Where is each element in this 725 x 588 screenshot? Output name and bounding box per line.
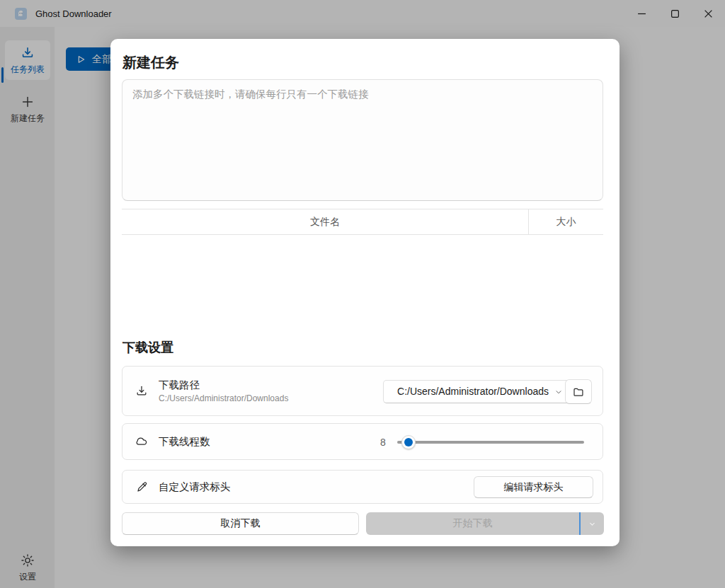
column-header-size: 大小 xyxy=(529,209,603,234)
cancel-download-button[interactable]: 取消下载 xyxy=(122,512,359,535)
slider-thumb[interactable] xyxy=(401,435,416,449)
download-links-input[interactable] xyxy=(122,79,603,201)
new-task-dialog: 新建任务 文件名 大小 下载设置 下载路径 C:/Users/Administr… xyxy=(110,39,620,546)
column-header-filename: 文件名 xyxy=(122,209,529,234)
start-download-button[interactable]: 开始下载 xyxy=(366,512,579,535)
edit-headers-button[interactable]: 编辑请求标头 xyxy=(474,476,593,498)
download-path-setting: 下载路径 C:/Users/Administrator/Downloads C:… xyxy=(122,366,603,416)
start-download-split-button: 开始下载 xyxy=(366,512,604,535)
slider-track[interactable] xyxy=(397,441,584,444)
thread-count-label: 下载线程数 xyxy=(159,435,210,449)
file-table-header: 文件名 大小 xyxy=(122,209,603,235)
download-path-current-value: C:/Users/Administrator/Downloads xyxy=(159,393,288,403)
folder-icon xyxy=(572,386,585,398)
pencil-icon xyxy=(135,480,149,494)
start-download-dropdown-button[interactable] xyxy=(581,512,604,535)
dialog-title: 新建任务 xyxy=(122,53,179,72)
thread-count-value: 8 xyxy=(376,424,390,461)
custom-headers-setting: 自定义请求标头 编辑请求标头 xyxy=(122,470,603,504)
download-icon xyxy=(135,384,149,398)
combobox-value: C:/Users/Administrator/Downloads xyxy=(397,386,549,397)
download-path-label: 下载路径 xyxy=(159,379,288,392)
thread-count-slider[interactable] xyxy=(397,424,584,461)
custom-headers-label: 自定义请求标头 xyxy=(159,480,231,494)
thread-count-setting: 下载线程数 8 xyxy=(122,423,603,460)
chevron-down-icon xyxy=(554,388,563,396)
cloud-icon xyxy=(135,434,149,449)
slider-thumb-dot xyxy=(404,438,413,446)
browse-folder-button[interactable] xyxy=(565,379,592,404)
download-path-combobox[interactable]: C:/Users/Administrator/Downloads xyxy=(383,380,570,403)
chevron-down-icon xyxy=(588,520,596,528)
download-settings-heading: 下载设置 xyxy=(122,339,173,356)
